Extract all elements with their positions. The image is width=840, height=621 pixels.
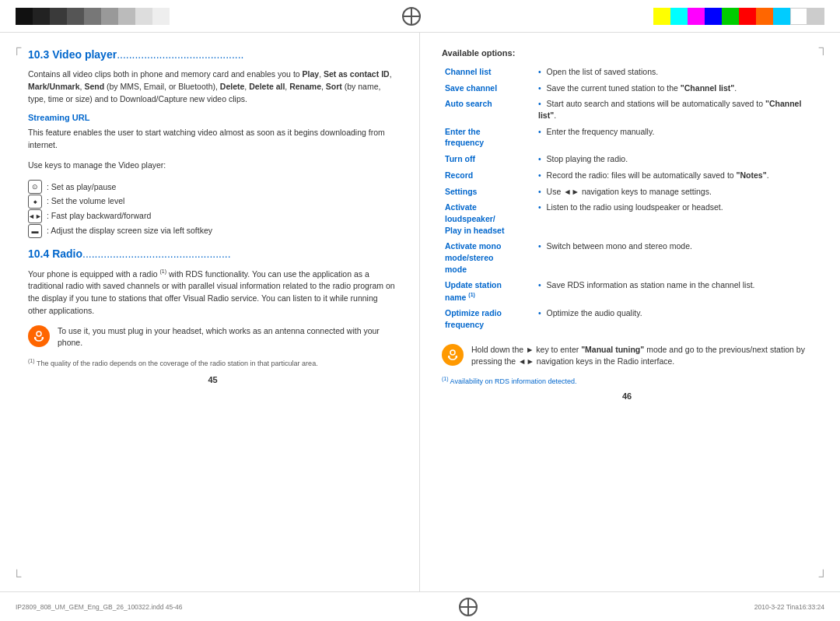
section-video-player: 10.3 Video player.......................…: [28, 48, 397, 238]
option-save-channel: Save channel • Save the current tuned st…: [442, 80, 812, 96]
radio-info-box: To use it, you must plug in your headset…: [28, 325, 397, 350]
radio-svg-icon: [446, 349, 459, 361]
option-settings-label: Settings: [442, 184, 535, 200]
swatch-darkgray1: [33, 8, 50, 25]
section-10-4-label: 10.4 Radio: [28, 247, 82, 260]
key-play-text: : Set as play/pause: [47, 180, 116, 195]
key-fast-text: : Fast play backward/forward: [47, 209, 151, 223]
corner-mark-bl: └: [12, 570, 21, 584]
manual-tuning-info-box: Hold down the ► key to enter "Manual tun…: [442, 344, 812, 369]
options-table: Channel list • Open the list of saved st…: [442, 64, 812, 333]
page-right: ┐ Available options: Channel list • Open…: [420, 33, 840, 591]
section-10-3-title: 10.3 Video player.......................…: [28, 48, 397, 61]
swatch-yellow: [653, 8, 670, 25]
file-info: IP2809_808_UM_GEM_Eng_GB_26_100322.indd …: [16, 603, 183, 611]
option-auto-search-label: Auto search: [442, 96, 535, 123]
option-save-channel-label: Save channel: [442, 80, 535, 96]
date-info: 2010-3-22 Tina16:33:24: [754, 603, 824, 611]
option-turn-off-label: Turn off: [442, 151, 535, 167]
info-box-text: To use it, you must plug in your headset…: [58, 325, 397, 350]
swatch-lightgray1: [118, 8, 135, 25]
swatch-magenta: [688, 8, 705, 25]
page-number-right: 46: [442, 391, 812, 401]
swatches-left: [16, 8, 170, 25]
manual-tuning-text: Hold down the ► key to enter "Manual tun…: [471, 344, 812, 369]
available-options-title: Available options:: [442, 48, 812, 58]
corner-mark-tl: ┌: [12, 40, 21, 54]
swatch-orange: [756, 8, 773, 25]
corner-mark-br: ┘: [819, 570, 828, 584]
option-optimize-radio-text: • Optimize the audio quality.: [535, 305, 812, 332]
swatch-blue: [705, 8, 722, 25]
option-update-station: Update stationname (1) • Save RDS inform…: [442, 277, 812, 305]
option-activate-loudspeaker: Activateloudspeaker/Play in headset • Li…: [442, 199, 812, 238]
swatch-darkgray2: [50, 8, 67, 25]
page-number-left: 45: [28, 375, 397, 384]
main-content: ┌ 10.3 Video player.....................…: [0, 33, 840, 591]
svg-rect-4: [448, 356, 450, 358]
swatches-right: [653, 8, 824, 25]
corner-mark-tr: ┐: [819, 40, 828, 54]
option-enter-frequency-label: Enter thefrequency: [442, 124, 535, 151]
top-bar: [0, 0, 840, 33]
key-item-fast: ◄► : Fast play backward/forward: [28, 209, 397, 223]
swatch-silver: [807, 8, 824, 25]
swatch-white: [152, 8, 170, 25]
option-auto-search: Auto search • Start auto search and stat…: [442, 96, 812, 123]
play-key-icon: ⊙: [28, 180, 42, 194]
option-channel-list-label: Channel list: [442, 64, 535, 80]
svg-point-3: [450, 350, 455, 355]
option-auto-search-text: • Start auto search and stations will be…: [535, 96, 812, 123]
option-channel-list: Channel list • Open the list of saved st…: [442, 64, 812, 80]
screen-key-icon: ▬: [28, 224, 42, 238]
streaming-body: This feature enables the user to start w…: [28, 127, 397, 152]
swatch-gray3: [101, 8, 118, 25]
page-left: ┌ 10.3 Video player.....................…: [0, 33, 420, 591]
swatch-gray2: [84, 8, 101, 25]
option-update-station-label: Update stationname (1): [442, 277, 535, 305]
radio-body: Your phone is equipped with a radio (1) …: [28, 268, 397, 318]
section-radio: 10.4 Radio..............................…: [28, 247, 397, 318]
option-record: Record • Record the radio: files will be…: [442, 167, 812, 184]
key-item-play: ⊙ : Set as play/pause: [28, 180, 397, 195]
bottom-bar: IP2809_808_UM_GEM_Eng_GB_26_100322.indd …: [0, 591, 840, 621]
headset-svg-icon: [33, 330, 45, 342]
swatch-lightgray2: [135, 8, 152, 25]
option-settings: Settings • Use ◄► navigation keys to man…: [442, 184, 812, 200]
manual-tuning-icon: [442, 344, 464, 366]
info-icon: [28, 325, 50, 347]
section-10-4-title: 10.4 Radio..............................…: [28, 247, 397, 260]
swatch-cyan: [670, 8, 688, 25]
fast-key-icon: ◄►: [28, 209, 42, 223]
swatch-gray1: [67, 8, 84, 25]
video-player-body: Contains all video clips both in phone a…: [28, 68, 397, 105]
swatch-green: [722, 8, 739, 25]
key-screen-text: : Adjust the display screen size via lef…: [47, 223, 212, 238]
svg-point-0: [37, 332, 41, 336]
keys-list: ⊙ : Set as play/pause ⬥ : Set the volume…: [28, 180, 397, 239]
svg-rect-2: [42, 337, 44, 339]
svg-rect-1: [34, 337, 37, 339]
key-item-volume: ⬥ : Set the volume level: [28, 194, 397, 209]
option-record-text: • Record the radio: files will be automa…: [535, 167, 812, 184]
option-turn-off: Turn off • Stop playing the radio.: [442, 151, 812, 167]
swatch-lightblue: [773, 8, 790, 25]
key-item-screen: ▬ : Adjust the display screen size via l…: [28, 223, 397, 238]
key-volume-text: : Set the volume level: [47, 194, 124, 209]
streaming-url-title: Streaming URL: [28, 113, 397, 122]
option-update-station-text: • Save RDS information as station name i…: [535, 277, 812, 305]
swatch-red: [739, 8, 756, 25]
crosshair-bottom-icon: [459, 598, 478, 616]
page-right-footnote: (1) Availability on RDS information dete…: [442, 376, 812, 385]
option-channel-list-text: • Open the list of saved stations.: [535, 64, 812, 80]
option-activate-loudspeaker-label: Activateloudspeaker/Play in headset: [442, 199, 535, 238]
crosshair-bottom-center: [459, 598, 478, 616]
option-enter-frequency: Enter thefrequency • Enter the frequency…: [442, 124, 812, 151]
svg-rect-5: [456, 356, 458, 358]
option-optimize-radio: Optimize radiofrequency • Optimize the a…: [442, 305, 812, 332]
option-record-label: Record: [442, 167, 535, 184]
option-activate-loudspeaker-text: • Listen to the radio using loudspeaker …: [535, 199, 812, 238]
option-settings-text: • Use ◄► navigation keys to manage setti…: [535, 184, 812, 200]
page-wrapper: ┌ 10.3 Video player.....................…: [0, 0, 840, 621]
keys-intro: Use keys to manage the Video player:: [28, 160, 397, 172]
